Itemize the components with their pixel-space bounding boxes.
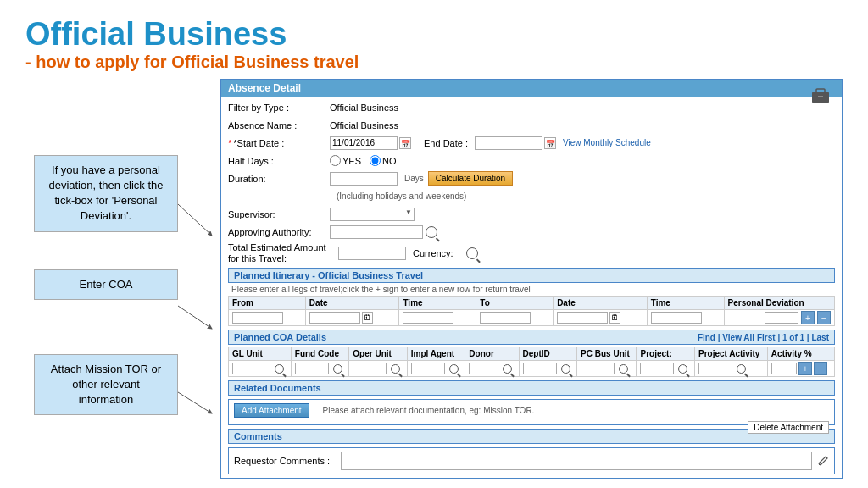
approving-authority-search-icon[interactable]: [426, 226, 437, 238]
coa-cell-fund-code: [291, 361, 349, 377]
coa-title: Planned COA Details: [234, 332, 326, 342]
approving-authority-input[interactable]: [330, 225, 423, 239]
cell-time2: [647, 310, 724, 326]
remove-coa-row-button[interactable]: −: [814, 362, 827, 375]
fund-code-search[interactable]: [333, 364, 342, 374]
form-panel: Absence Detail Filter by Type : Official…: [220, 79, 843, 479]
gl-unit-search[interactable]: [275, 364, 284, 374]
from-input[interactable]: [232, 312, 283, 324]
add-coa-row-button[interactable]: +: [798, 362, 812, 375]
time1-input[interactable]: [403, 312, 453, 324]
donor-search[interactable]: [503, 364, 512, 374]
delete-attachment-button[interactable]: Delete Attachment: [748, 421, 829, 434]
start-date-label: *Start Date :: [228, 138, 330, 148]
currency-label: Currency:: [413, 248, 464, 258]
slide: Official Business - how to apply for Off…: [0, 0, 868, 488]
annotation-enter-coa: Enter COA: [34, 269, 178, 300]
fund-code-input[interactable]: [295, 363, 329, 374]
date1-input[interactable]: [309, 312, 360, 324]
impl-agent-input[interactable]: [411, 363, 445, 374]
cell-personal-deviation: + −: [724, 310, 834, 326]
first-link[interactable]: First: [757, 333, 776, 342]
radio-no-input[interactable]: [370, 155, 381, 166]
view-monthly-link[interactable]: View Monthly Schedule: [563, 138, 651, 147]
col-date2: Date: [554, 297, 648, 310]
radio-group: YES NO: [330, 155, 397, 166]
pc-bus-unit-input[interactable]: [581, 363, 615, 374]
gl-unit-input[interactable]: [232, 363, 270, 374]
duration-input[interactable]: [330, 172, 398, 186]
donor-input[interactable]: [469, 363, 498, 374]
absence-name-label: Absence Name :: [228, 120, 330, 130]
total-estimated-input[interactable]: [338, 247, 406, 260]
approving-authority-label: Approving Authority:: [228, 227, 330, 237]
pagination-text: 1 of 1: [782, 333, 804, 342]
last-link[interactable]: Last: [811, 333, 829, 342]
project-activity-search[interactable]: [737, 364, 746, 374]
coa-section-header: Planned COA Details Find | View All Firs…: [228, 330, 835, 345]
itinerary-table: From Date Time To Date Time Personal Dev…: [228, 296, 835, 326]
attach-note: Please attach relevant documentation, eg…: [323, 406, 535, 415]
total-estimated-row: Total Estimated Amount for this Travel: …: [228, 242, 835, 264]
date2-input[interactable]: [557, 312, 608, 324]
radio-yes-input[interactable]: [330, 155, 341, 166]
supervisor-dropdown[interactable]: [330, 208, 415, 221]
date1-calendar-icon[interactable]: 🗓: [362, 312, 373, 324]
currency-search-icon[interactable]: [466, 247, 478, 259]
to-input[interactable]: [480, 312, 531, 324]
absence-name-row: Absence Name : Official Business: [228, 118, 835, 133]
activity-pct-input[interactable]: [771, 363, 797, 374]
start-date-input[interactable]: [330, 136, 398, 150]
project-search[interactable]: [678, 364, 687, 374]
oper-unit-input[interactable]: [353, 363, 387, 374]
supervisor-row: Supervisor:: [228, 207, 835, 222]
add-attachment-button[interactable]: Add Attachment: [234, 403, 309, 418]
duration-unit: Days: [404, 174, 424, 183]
personal-deviation-input[interactable]: [765, 312, 798, 324]
radio-no[interactable]: NO: [370, 155, 397, 166]
coa-cell-pc-bus-unit: [577, 361, 637, 377]
total-estimated-label: Total Estimated Amount for this Travel:: [228, 242, 338, 264]
coa-cell-activity-pct: + −: [767, 361, 834, 377]
cell-from: [229, 310, 306, 326]
annotation-attach-mission: Attach Mission TOR or other relevant inf…: [34, 354, 178, 416]
svg-line-1: [178, 306, 212, 329]
related-docs-section: Add Attachment Please attach relevant do…: [228, 399, 835, 425]
col-time1: Time: [399, 297, 476, 310]
time2-input[interactable]: [651, 312, 702, 324]
radio-no-label: NO: [382, 156, 397, 166]
remove-row-button[interactable]: −: [817, 311, 831, 324]
coa-col-project-activity: Project Activity: [695, 347, 768, 361]
pc-bus-unit-search[interactable]: [619, 364, 628, 374]
project-activity-input[interactable]: [698, 363, 732, 374]
deptid-search[interactable]: [561, 364, 570, 374]
absence-name-value: Official Business: [330, 120, 398, 130]
panel-title: Absence Detail: [221, 80, 842, 97]
main-title: Official Business: [25, 17, 843, 53]
end-date-input[interactable]: [475, 136, 542, 150]
supervisor-label: Supervisor:: [228, 209, 330, 219]
start-date-calendar-icon[interactable]: 📅: [399, 137, 411, 149]
annotation-personal-deviation-text: If you have a personal deviation, then c…: [48, 164, 163, 223]
date2-calendar-icon[interactable]: 🗓: [609, 312, 620, 324]
add-row-button[interactable]: +: [801, 311, 815, 324]
oper-unit-search[interactable]: [391, 364, 400, 374]
coa-col-oper-unit: Oper Unit: [349, 347, 408, 361]
svg-rect-5: [818, 96, 823, 97]
view-all-link[interactable]: View All: [722, 333, 754, 342]
impl-agent-search[interactable]: [449, 364, 459, 374]
radio-yes[interactable]: YES: [330, 155, 361, 166]
end-date-label: End Date :: [424, 138, 475, 148]
annotation-personal-deviation: If you have a personal deviation, then c…: [34, 155, 178, 232]
requestor-comments-textarea[interactable]: [341, 452, 812, 470]
calculate-duration-button[interactable]: Calculate Duration: [428, 171, 513, 186]
find-link[interactable]: Find: [698, 333, 715, 342]
end-date-calendar-icon[interactable]: 📅: [544, 137, 556, 149]
col-time2: Time: [647, 297, 724, 310]
deptid-input[interactable]: [523, 363, 557, 374]
coa-col-activity-pct: Activity %: [767, 347, 834, 361]
coa-cell-impl-agent: [407, 361, 465, 377]
edit-icon[interactable]: [817, 455, 829, 467]
coa-col-deptid: DeptID: [519, 347, 577, 361]
project-input[interactable]: [640, 363, 674, 374]
